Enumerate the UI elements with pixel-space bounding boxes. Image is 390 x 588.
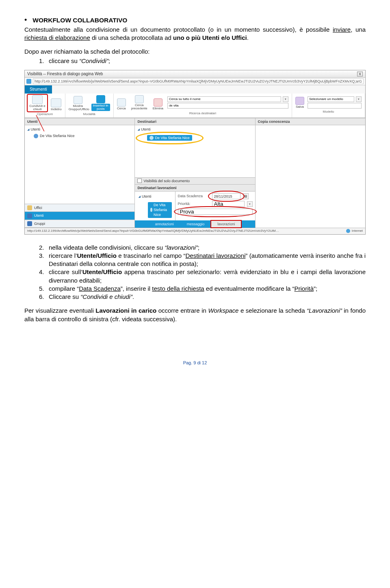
inserisci-posta-button[interactable]: Inserisci in posta xyxy=(91,95,110,111)
s1c: ; xyxy=(108,57,110,64)
step-2: 2. nella videata delle condivisioni, cli… xyxy=(39,244,366,252)
intro-t4: . xyxy=(247,34,249,41)
data-scad-label: Data Scadenza xyxy=(178,194,210,198)
user-icon xyxy=(150,136,154,140)
elimina-lbl: Elimina xyxy=(153,107,163,110)
ribbon-tab-strumenti[interactable]: Strumenti xyxy=(25,85,52,94)
utente-item[interactable]: De Vita Stefania Nice xyxy=(40,133,74,138)
destlav-chip-text: De Vita Stefania Nice xyxy=(154,203,169,217)
s4t: cliccare sull’Utente/Ufficio appena tras… xyxy=(49,268,366,285)
tab-annotazioni[interactable]: annotazioni xyxy=(149,220,180,228)
search-input[interactable] xyxy=(167,103,288,109)
group-ricerca-label: Ricerca destinatari xyxy=(189,111,216,116)
address-bar xyxy=(25,78,365,85)
close-icon[interactable]: X xyxy=(357,72,363,76)
s6c: . xyxy=(132,293,134,300)
tree-toggle-icon[interactable]: ◢ xyxy=(138,194,140,199)
group-modello-label: Modello xyxy=(323,110,334,114)
intro-u2: richiesta di elaborazione xyxy=(24,34,90,41)
salva-lbl: Salva xyxy=(296,105,304,109)
search-scope-select[interactable] xyxy=(167,96,281,102)
ribbon-group-ricerca: Cerca Cerca precedente Elimina ▾ Ricerca… xyxy=(114,94,292,118)
cb: Lavorazioni in carico xyxy=(95,307,156,314)
data-scad-value[interactable]: 28/11/2015 xyxy=(212,193,240,199)
user-icon xyxy=(27,213,32,218)
side-tab-gruppi[interactable]: Gruppi xyxy=(25,220,134,228)
s3t: ricercare l’Utente/Ufficio e trascinarlo… xyxy=(49,252,366,268)
main-columns: Utenti ◢Utenti De Vita Stefania Nice Uff… xyxy=(25,118,365,228)
s2t: nella videata delle condivisioni, clicca… xyxy=(49,244,366,252)
side-tab-uffici[interactable]: Uffici xyxy=(25,204,134,212)
destlav-chip[interactable]: De Vita Stefania Nice xyxy=(148,202,171,218)
s3n: 3. xyxy=(39,252,49,268)
cerca-precedente-button[interactable]: Cerca precedente xyxy=(130,95,149,110)
user-icon xyxy=(34,134,38,138)
s5t: compilare “Data Scadenza”, inserire il t… xyxy=(49,285,366,293)
destlav-root[interactable]: Utenti xyxy=(142,194,152,199)
chevron-down-icon[interactable]: ▾ xyxy=(283,96,288,102)
user-icon xyxy=(150,208,152,212)
s6a: Cliccare su xyxy=(49,293,80,300)
col-utenti-hdr: Utenti xyxy=(25,118,134,125)
cf: “Lavorazioni” xyxy=(307,307,342,314)
closing-paragraph: Per visualizzare eventuali Lavorazioni i… xyxy=(24,307,366,323)
mostra-gruppo-button[interactable]: Mostra Gruppo/Ufficio xyxy=(69,96,87,111)
indietro-button[interactable]: Indietro xyxy=(51,98,62,111)
intro-t1: Contestualmente alla condivisione di un … xyxy=(24,26,333,33)
side-uffici-lbl: Uffici xyxy=(34,205,42,210)
page-footer: Pag. 9 di 12 xyxy=(24,360,366,366)
salva-button[interactable]: Salva xyxy=(295,97,304,109)
favicon-icon xyxy=(26,79,31,84)
cercaprec-lbl: Cerca precedente xyxy=(130,104,149,110)
s5a: compilare “ xyxy=(49,285,79,292)
s5c: ”, inserire il xyxy=(121,285,152,292)
status-net: Internet xyxy=(346,229,363,233)
tab-lavorazioni[interactable]: lavorazioni xyxy=(211,220,241,228)
highlight-red-icon: 28/11/2015 xyxy=(212,193,240,199)
prio-label: Priorità: xyxy=(178,201,210,206)
vis-only-row: Visibilità del solo documento xyxy=(135,178,255,185)
s1a: cliccare su xyxy=(49,57,79,64)
status-bar: http://149.132.2.199/ArchiflowWeb/js/Web… xyxy=(25,228,365,234)
step-5: 5. compilare “Data Scadenza”, inserire i… xyxy=(39,285,366,293)
tree-toggle-icon[interactable]: ◢ xyxy=(137,127,139,132)
model-select[interactable] xyxy=(308,96,354,102)
step-1-text: cliccare su “Condividi”; xyxy=(49,57,366,65)
ribbon-group-operazioni: Condividi e chiudi Indietro Operazioni xyxy=(25,94,65,118)
s4b: Utente/Ufficio xyxy=(82,268,122,275)
mostra-label: Mostra Gruppo/Ufficio xyxy=(69,105,87,111)
screenshot-dialog: Visibilità -- Finestra di dialogo pagina… xyxy=(24,70,366,235)
s2c: ; xyxy=(198,244,199,251)
intro-u1: inviare xyxy=(333,26,351,33)
side-tab-utenti[interactable]: Utenti xyxy=(25,212,134,220)
utenti-root[interactable]: Utenti xyxy=(30,127,40,132)
s4a: cliccare sull’ xyxy=(49,268,82,275)
tree-toggle-icon[interactable]: ◢ xyxy=(27,127,29,132)
vis-only-checkbox[interactable] xyxy=(137,179,142,183)
dest-chip[interactable]: De Vita Stefania Nice xyxy=(147,135,192,141)
step-3: 3. ricercare l’Utente/Ufficio e trascina… xyxy=(39,252,366,268)
cerca-lbl: Cerca xyxy=(117,107,126,110)
step-1-num: 1. xyxy=(39,57,49,65)
heading-row: • WORKFLOW COLLABORATIVO xyxy=(24,16,366,25)
step-4: 4. cliccare sull’Utente/Ufficio appena t… xyxy=(39,268,366,285)
elimina-button[interactable]: Elimina xyxy=(153,98,163,110)
condividi-e-chiudi-button[interactable]: Condividi e chiudi xyxy=(28,95,47,111)
cerca-button[interactable]: Cerca xyxy=(117,98,126,110)
s5g: ”; xyxy=(314,285,317,292)
chevron-down-icon[interactable]: ▾ xyxy=(356,96,362,102)
instr-lead: Dopo aver richiamato la scheda del proto… xyxy=(24,48,366,56)
heading: WORKFLOW COLLABORATIVO xyxy=(32,16,127,25)
intro-b1: uno o più Utenti e/o Uffici xyxy=(173,34,247,41)
intro-t3: di una scheda protocollata ad xyxy=(90,34,173,41)
s6n: 6. xyxy=(39,293,49,301)
s2b: “lavorazioni” xyxy=(165,244,198,251)
request-text-input[interactable] xyxy=(178,209,253,215)
url-input[interactable] xyxy=(33,78,364,84)
model-name-input[interactable] xyxy=(308,103,362,109)
dest-root[interactable]: Utenti xyxy=(141,127,151,132)
chevron-down-icon[interactable]: ▾ xyxy=(247,201,253,207)
tab-messaggio[interactable]: messaggio xyxy=(180,220,211,228)
s5e: ed eventualmente modificare la “ xyxy=(204,285,295,292)
dialog-titlebar: Visibilità -- Finestra di dialogo pagina… xyxy=(25,70,365,78)
